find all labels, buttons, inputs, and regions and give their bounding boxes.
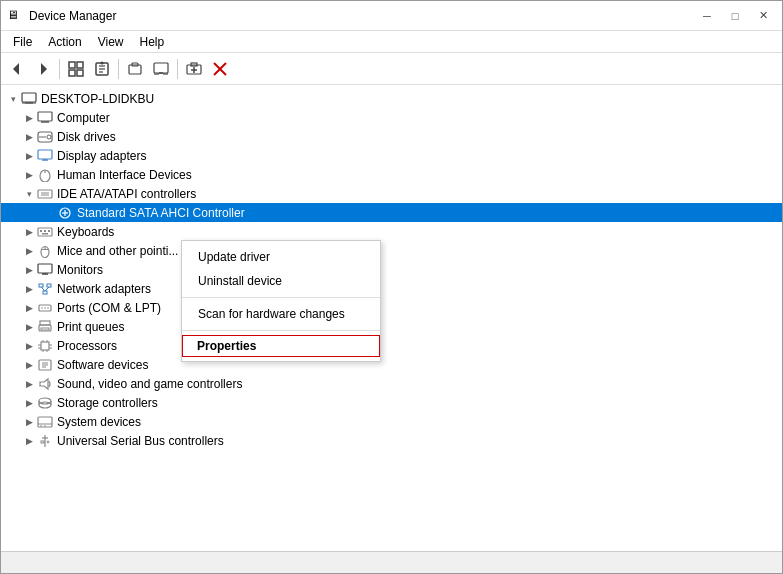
computer-label: Computer <box>57 111 110 125</box>
context-menu-uninstall[interactable]: Uninstall device <box>182 269 380 293</box>
scan-label: Scan for hardware changes <box>198 307 345 321</box>
view-button[interactable] <box>64 57 88 81</box>
close-button[interactable]: ✕ <box>750 6 776 26</box>
properties-button[interactable] <box>90 57 114 81</box>
svg-marker-0 <box>13 63 19 75</box>
title-bar: 🖥 Device Manager ─ □ ✕ <box>1 1 782 31</box>
svg-point-60 <box>41 307 43 309</box>
context-menu-scan[interactable]: Scan for hardware changes <box>182 302 380 326</box>
tree-item-mice[interactable]: ▶ Mice and other pointi... <box>1 241 782 260</box>
mice-icon <box>37 243 53 259</box>
menu-view[interactable]: View <box>90 33 132 51</box>
update-driver-label: Update driver <box>198 250 270 264</box>
svg-point-30 <box>47 135 51 139</box>
tree-item-computer[interactable]: ▶ Computer <box>1 108 782 127</box>
ide-icon <box>37 186 53 202</box>
status-bar <box>1 551 782 573</box>
maximize-button[interactable]: □ <box>722 6 748 26</box>
context-menu-sep-2 <box>182 330 380 331</box>
keyboards-label: Keyboards <box>57 225 114 239</box>
properties-label: Properties <box>197 339 256 353</box>
network-label: Network adapters <box>57 282 151 296</box>
svg-rect-51 <box>38 264 52 273</box>
menu-bar: File Action View Help <box>1 31 782 53</box>
svg-rect-37 <box>38 190 52 198</box>
svg-rect-66 <box>41 342 49 350</box>
ports-expand-icon: ▶ <box>21 303 37 313</box>
svg-rect-46 <box>48 230 50 232</box>
svg-rect-45 <box>44 230 46 232</box>
svg-point-83 <box>39 402 51 408</box>
usb-icon <box>37 433 53 449</box>
tree-root[interactable]: ▾ DESKTOP-LDIDKBU <box>1 89 782 108</box>
scan-button[interactable] <box>149 57 173 81</box>
tree-item-usb[interactable]: ▶ Universal Serial Bus controllers <box>1 431 782 450</box>
processors-icon <box>37 338 53 354</box>
tree-item-monitors[interactable]: ▶ Monitors <box>1 260 782 279</box>
tree-item-print[interactable]: ▶ Print queues <box>1 317 782 336</box>
svg-rect-5 <box>77 70 83 76</box>
sound-label: Sound, video and game controllers <box>57 377 242 391</box>
uninstall-label: Uninstall device <box>198 274 282 288</box>
print-label: Print queues <box>57 320 124 334</box>
svg-rect-23 <box>22 93 36 102</box>
svg-rect-63 <box>40 321 50 325</box>
toolbar-sep-2 <box>118 59 119 79</box>
svg-rect-27 <box>38 112 52 121</box>
usb-expand-icon: ▶ <box>21 436 37 446</box>
svg-point-87 <box>44 425 46 427</box>
tree-item-hid[interactable]: ▶ Human Interface Devices <box>1 165 782 184</box>
usb-label: Universal Serial Bus controllers <box>57 434 224 448</box>
keyboards-icon <box>37 224 53 240</box>
menu-action[interactable]: Action <box>40 33 89 51</box>
tree-item-display-adapters[interactable]: ▶ Display adapters <box>1 146 782 165</box>
update-driver-button[interactable] <box>123 57 147 81</box>
minimize-button[interactable]: ─ <box>694 6 720 26</box>
hid-icon <box>37 167 53 183</box>
back-button[interactable] <box>5 57 29 81</box>
app-icon: 🖥 <box>7 8 23 24</box>
tree-item-system[interactable]: ▶ System devices <box>1 412 782 431</box>
forward-button[interactable] <box>31 57 55 81</box>
software-expand-icon: ▶ <box>21 360 37 370</box>
menu-help[interactable]: Help <box>132 33 173 51</box>
remove-device-button[interactable] <box>208 57 232 81</box>
svg-marker-1 <box>41 63 47 75</box>
svg-marker-79 <box>40 379 48 389</box>
tree-item-processors[interactable]: ▶ Processors <box>1 336 782 355</box>
mice-expand-icon: ▶ <box>21 246 37 256</box>
disk-expand-icon: ▶ <box>21 132 37 142</box>
print-expand-icon: ▶ <box>21 322 37 332</box>
root-computer-icon <box>21 91 37 107</box>
menu-file[interactable]: File <box>5 33 40 51</box>
tree-root-label: DESKTOP-LDIDKBU <box>41 92 154 106</box>
tree-item-software[interactable]: ▶ Software devices <box>1 355 782 374</box>
ports-icon <box>37 300 53 316</box>
tree-item-ports[interactable]: ▶ Ports (COM & LPT) <box>1 298 782 317</box>
tree-item-disk-drives[interactable]: ▶ Disk drives <box>1 127 782 146</box>
monitors-expand-icon: ▶ <box>21 265 37 275</box>
svg-point-86 <box>40 425 42 427</box>
system-icon <box>37 414 53 430</box>
ide-label: IDE ATA/ATAPI controllers <box>57 187 196 201</box>
tree-item-sound[interactable]: ▶ Sound, video and game controllers <box>1 374 782 393</box>
context-menu-properties[interactable]: Properties <box>182 335 380 357</box>
svg-rect-4 <box>69 70 75 76</box>
svg-point-61 <box>44 307 46 309</box>
sata-icon <box>57 205 73 221</box>
svg-rect-32 <box>38 150 52 159</box>
device-tree[interactable]: ▾ DESKTOP-LDIDKBU ▶ Computer ▶ <box>1 85 782 551</box>
svg-line-58 <box>45 287 49 291</box>
tree-item-network[interactable]: ▶ Network adapters <box>1 279 782 298</box>
tree-item-std-sata[interactable]: ▶ Standard SATA AHCI Controller <box>1 203 782 222</box>
svg-line-57 <box>41 287 45 291</box>
add-device-button[interactable] <box>182 57 206 81</box>
svg-rect-54 <box>39 284 43 287</box>
svg-rect-44 <box>40 230 42 232</box>
sound-expand-icon: ▶ <box>21 379 37 389</box>
tree-item-keyboards[interactable]: ▶ Keyboards <box>1 222 782 241</box>
context-menu-update-driver[interactable]: Update driver <box>182 245 380 269</box>
tree-item-storage[interactable]: ▶ Storage controllers <box>1 393 782 412</box>
context-menu-sep-1 <box>182 297 380 298</box>
tree-item-ide[interactable]: ▾ IDE ATA/ATAPI controllers <box>1 184 782 203</box>
